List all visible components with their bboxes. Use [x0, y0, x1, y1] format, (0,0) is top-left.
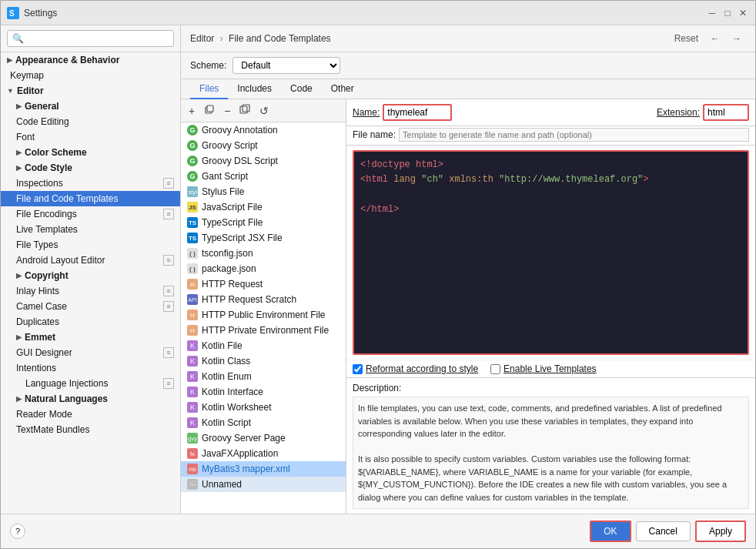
help-button[interactable]: ?	[10, 524, 25, 539]
description-label: Description:	[353, 383, 749, 393]
right-panel: Editor › File and Code Templates Reset ←…	[181, 25, 755, 514]
list-item[interactable]: K Kotlin Class	[181, 353, 346, 369]
sidebar-item-duplicates[interactable]: Duplicates	[1, 314, 180, 330]
sidebar-item-code-editing[interactable]: Code Editing	[1, 114, 180, 129]
sidebar-label-file-encodings: File Encodings	[16, 209, 77, 219]
list-item[interactable]: { } package.json	[181, 261, 346, 276]
chevron-right-icon-color: ▶	[16, 149, 22, 156]
sidebar-item-camel-case[interactable]: Camel Case ≡	[1, 299, 180, 314]
list-item[interactable]: H HTTP Request	[181, 276, 346, 292]
list-item[interactable]: TS TypeScript File	[181, 215, 346, 230]
remove-template-button[interactable]: −	[221, 102, 233, 119]
sidebar-item-reader-mode[interactable]: Reader Mode	[1, 407, 180, 422]
scheme-select[interactable]: Default Project	[232, 57, 340, 74]
sidebar-item-copyright[interactable]: ▶ Copyright	[1, 268, 180, 283]
sidebar-item-appearance[interactable]: ▶ Appearance & Behavior	[1, 52, 180, 68]
list-item[interactable]: G Gant Script	[181, 169, 346, 184]
list-item[interactable]: API HTTP Request Scratch	[181, 292, 346, 307]
list-item[interactable]: H HTTP Private Environment File	[181, 323, 346, 338]
sidebar-item-file-and-code-templates[interactable]: File and Code Templates	[1, 191, 180, 206]
sidebar-item-textmate-bundles[interactable]: TextMate Bundles	[1, 422, 180, 437]
list-item[interactable]: K Kotlin Enum	[181, 369, 346, 384]
close-button[interactable]: ✕	[737, 7, 749, 19]
tab-files[interactable]: Files	[190, 79, 228, 99]
list-item[interactable]: G Groovy Annotation	[181, 122, 346, 138]
live-templates-checkbox-label[interactable]: Enable Live Templates	[490, 363, 597, 374]
sidebar-item-gui-designer[interactable]: GUI Designer ≡	[1, 345, 180, 360]
list-item[interactable]: styl Stylus File	[181, 184, 346, 199]
sidebar-item-file-types[interactable]: File Types	[1, 237, 180, 253]
revert-template-button[interactable]: ↺	[256, 102, 272, 119]
sidebar-item-inspections[interactable]: Inspections ≡	[1, 176, 180, 191]
editor-panel: Name: Extension: File name:	[346, 99, 755, 514]
cancel-button[interactable]: Cancel	[636, 521, 691, 541]
list-item[interactable]: JS JavaScript File	[181, 199, 346, 215]
sidebar-item-inlay-hints[interactable]: Inlay Hints ≡	[1, 283, 180, 299]
list-item[interactable]: H HTTP Public Environment File	[181, 307, 346, 323]
list-item-unnamed[interactable]: ─ Unnamed	[181, 477, 346, 492]
sidebar-item-live-templates[interactable]: Live Templates	[1, 222, 180, 237]
app-icon: S	[7, 7, 19, 19]
sidebar-item-general[interactable]: ▶ General	[1, 99, 180, 114]
sidebar-item-code-style[interactable]: ▶ Code Style	[1, 160, 180, 176]
files-area: + −	[181, 99, 755, 514]
kotlin-class-icon: K	[187, 356, 198, 367]
file-label: HTTP Private Environment File	[202, 325, 329, 336]
list-item[interactable]: K Kotlin Interface	[181, 384, 346, 400]
file-label: HTTP Request Scratch	[202, 294, 296, 305]
file-label: Kotlin File	[202, 340, 243, 351]
filename-input[interactable]	[399, 128, 749, 142]
sidebar-item-keymap[interactable]: Keymap	[1, 68, 180, 83]
list-item[interactable]: K Kotlin Worksheet	[181, 400, 346, 415]
tab-code[interactable]: Code	[281, 79, 322, 99]
list-item[interactable]: gvy Groovy Server Page	[181, 430, 346, 446]
add-template-button[interactable]: +	[186, 102, 198, 119]
list-item[interactable]: fx JavaFXApplication	[181, 446, 346, 461]
search-input[interactable]	[7, 30, 174, 47]
sidebar-label-inlay-hints: Inlay Hints	[16, 286, 59, 296]
name-input[interactable]	[383, 104, 452, 121]
sidebar-item-language-injections[interactable]: Language Injections ≡	[1, 376, 180, 391]
list-item[interactable]: K Kotlin Script	[181, 415, 346, 430]
sidebar-item-intentions[interactable]: Intentions	[1, 360, 180, 376]
stylus-icon: styl	[187, 186, 198, 197]
kotlin-worksheet-icon: K	[187, 402, 198, 413]
sidebar-item-file-encodings[interactable]: File Encodings ≡	[1, 206, 180, 222]
svg-text:S: S	[9, 9, 15, 18]
apply-button[interactable]: Apply	[695, 521, 746, 542]
tab-other[interactable]: Other	[322, 79, 363, 99]
reset-button[interactable]: Reset	[670, 32, 703, 45]
live-templates-checkbox[interactable]	[490, 364, 500, 374]
code-editor[interactable]: <!doctype html> <html lang="ch" xmlns:th…	[353, 150, 749, 355]
list-item[interactable]: G Groovy DSL Script	[181, 153, 346, 169]
live-templates-label: Enable Live Templates	[503, 363, 597, 374]
sidebar-item-android-layout-editor[interactable]: Android Layout Editor ≡	[1, 253, 180, 268]
list-item[interactable]: K Kotlin File	[181, 338, 346, 353]
list-item[interactable]: TS TypeScript JSX File	[181, 230, 346, 246]
file-label: Kotlin Enum	[202, 371, 252, 382]
duplicate-template-button[interactable]	[236, 102, 253, 119]
copy-template-button[interactable]	[201, 102, 218, 119]
sidebar-item-font[interactable]: Font	[1, 129, 180, 145]
tab-includes[interactable]: Includes	[228, 79, 281, 99]
sidebar-item-emmet[interactable]: ▶ Emmet	[1, 330, 180, 345]
sidebar-label-code-style: Code Style	[25, 162, 72, 173]
sidebar-label-inspections: Inspections	[16, 178, 63, 189]
file-label: Groovy Server Page	[202, 433, 286, 444]
reformat-checkbox[interactable]	[353, 364, 363, 374]
search-container	[1, 25, 180, 52]
list-item[interactable]: G Groovy Script	[181, 138, 346, 153]
sidebar-item-color-scheme[interactable]: ▶ Color Scheme	[1, 145, 180, 160]
ext-field-group: Extension:	[657, 104, 749, 121]
sidebar-item-editor[interactable]: ▼ Editor	[1, 83, 180, 99]
ext-input[interactable]	[703, 104, 749, 121]
sidebar-item-natural-languages[interactable]: ▶ Natural Languages	[1, 391, 180, 407]
ok-button[interactable]: OK	[590, 521, 631, 542]
list-item[interactable]: { } tsconfig.json	[181, 246, 346, 261]
reformat-checkbox-label[interactable]: Reformat according to style	[353, 363, 478, 374]
maximize-button[interactable]: □	[721, 7, 734, 19]
list-item[interactable]: mb MyBatis3 mapper.xml	[181, 461, 346, 477]
forward-button[interactable]: →	[728, 32, 746, 45]
minimize-button[interactable]: ─	[706, 7, 718, 19]
back-button[interactable]: ←	[706, 32, 724, 45]
